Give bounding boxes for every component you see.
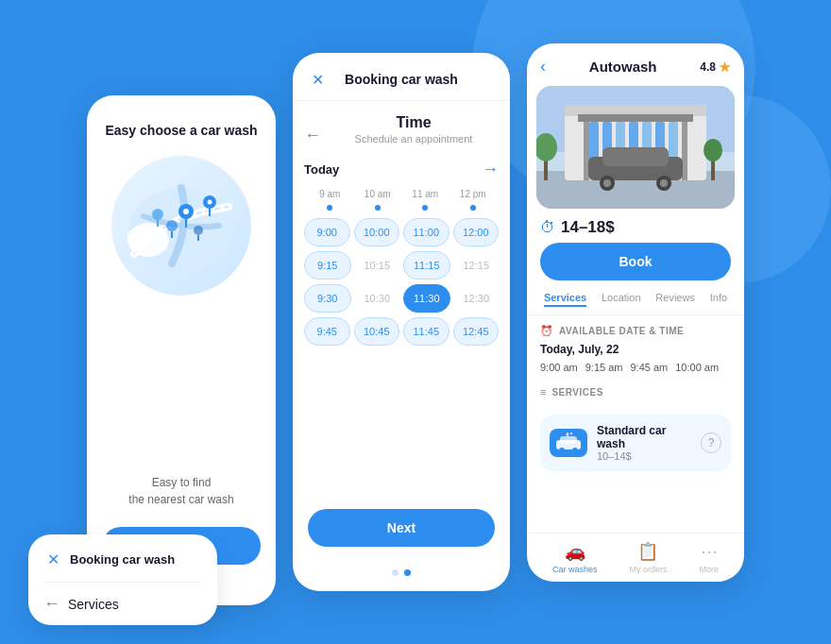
nav-label-my-orders: My orders <box>629 565 667 574</box>
services-icon: ≡ <box>540 386 546 398</box>
section-title: Time <box>329 114 499 131</box>
slot-11-45[interactable]: 11:45 <box>403 317 449 346</box>
booking-dot-1 <box>392 569 399 576</box>
slot-10-00[interactable]: 10:00 <box>354 218 400 246</box>
book-button[interactable]: Book <box>540 243 731 280</box>
booking-title: Booking car wash <box>327 72 476 87</box>
avail-time-4[interactable]: 10:00 am <box>675 362 719 373</box>
svg-point-7 <box>166 220 178 231</box>
slot-10-45[interactable]: 10:45 <box>354 317 400 346</box>
time-row-3: 9:30 10:30 11:30 12:30 <box>304 284 499 313</box>
services-section-title: SERVICES <box>551 387 602 398</box>
orders-nav-icon: 📋 <box>637 541 658 562</box>
card1-title: Easy choose a car wash <box>105 122 257 139</box>
service-price: 10–14$ <box>597 450 691 462</box>
svg-point-6 <box>208 200 212 205</box>
slot-11-00[interactable]: 11:00 <box>403 218 449 246</box>
svg-point-9 <box>194 226 203 235</box>
booking-dot-2 <box>404 569 411 576</box>
tab-info[interactable]: Info <box>710 290 727 307</box>
available-datetime-section: ⏰ AVAILABLE DATE & TIME Today, July, 22 … <box>527 315 744 379</box>
date-navigation: Today → <box>304 160 499 179</box>
detail-tabs: Services Location Reviews Info <box>527 290 744 315</box>
slot-9-00[interactable]: 9:00 <box>304 218 350 246</box>
booking-pagination <box>392 569 411 576</box>
slot-12-00[interactable]: 12:00 <box>453 218 500 246</box>
service-car-icon <box>550 429 587 457</box>
divider <box>43 582 202 583</box>
slot-11-15[interactable]: 11:15 <box>403 251 450 280</box>
bottom-navigation: 🚗 Car washes 📋 My orders ⋯ More <box>527 533 744 582</box>
booking-card: ✕ Booking car wash ← Time Schedule an ap… <box>293 53 510 591</box>
current-date: Today <box>304 162 339 177</box>
slot-9-30[interactable]: 9:30 <box>304 284 351 313</box>
partial-card-title: Booking car wash <box>70 552 175 567</box>
car-wash-illustration <box>536 86 735 209</box>
services-row: ← Services <box>43 594 202 614</box>
avail-time-1[interactable]: 9:00 am <box>540 362 578 373</box>
svg-point-38 <box>572 448 578 453</box>
time-header-12pm: 12 pm <box>449 189 498 199</box>
slot-12-45[interactable]: 12:45 <box>453 317 500 346</box>
time-header-9am: 9 am <box>306 189 354 199</box>
star-icon: ★ <box>719 59 731 75</box>
services-section-label: Services <box>68 597 119 612</box>
svg-point-39 <box>567 432 569 436</box>
svg-point-28 <box>603 179 611 187</box>
tab-reviews[interactable]: Reviews <box>655 290 695 307</box>
map-illustration <box>111 156 251 296</box>
slot-10-30: 10:30 <box>355 284 400 313</box>
close-button[interactable]: ✕ <box>308 70 327 89</box>
avail-time-2[interactable]: 9:15 am <box>585 362 623 373</box>
available-section-title: AVAILABLE DATE & TIME <box>559 326 684 336</box>
service-item: Standard car wash 10–14$ ? <box>540 415 731 471</box>
slot-12-30: 12:30 <box>454 284 500 313</box>
svg-rect-26 <box>602 147 669 166</box>
svg-point-4 <box>183 209 189 214</box>
booking-next-button[interactable]: Next <box>308 509 495 547</box>
autowash-title: Autowash <box>546 59 700 75</box>
booking-footer: Next <box>293 500 510 591</box>
autowash-header: ‹ Autowash 4.8 ★ <box>527 43 744 86</box>
nav-label-more: More <box>699 565 719 574</box>
svg-point-34 <box>704 139 722 161</box>
next-date-button[interactable]: → <box>482 160 499 179</box>
nav-more[interactable]: ⋯ More <box>699 541 719 574</box>
slot-12-15: 12:15 <box>454 251 500 280</box>
svg-point-37 <box>559 448 565 453</box>
price-icon: ⏱ <box>540 219 555 236</box>
svg-point-30 <box>660 179 668 187</box>
time-header-11am: 11 am <box>401 189 449 199</box>
nav-car-washes[interactable]: 🚗 Car washes <box>552 541 598 574</box>
map-svg <box>115 160 247 292</box>
avail-time-3[interactable]: 9:45 am <box>631 362 669 373</box>
back-button[interactable]: ← <box>304 126 321 145</box>
rating-display: 4.8 ★ <box>700 59 731 75</box>
onboarding-card: Easy choose a car wash <box>87 95 276 605</box>
slot-10-15: 10:15 <box>355 251 400 280</box>
time-indicator-dots <box>304 205 499 211</box>
tab-location[interactable]: Location <box>602 290 641 307</box>
available-times-list: 9:00 am 9:15 am 9:45 am 10:00 am <box>540 362 731 373</box>
slot-11-30[interactable]: 11:30 <box>403 284 450 313</box>
partial-close-button[interactable]: ✕ <box>43 550 62 568</box>
nav-my-orders[interactable]: 📋 My orders <box>629 541 667 574</box>
time-row-2: 9:15 10:15 11:15 12:15 <box>304 251 499 280</box>
car-wash-nav-icon: 🚗 <box>565 541 585 562</box>
time-header-10am: 10 am <box>354 189 402 199</box>
slot-9-45[interactable]: 9:45 <box>304 317 350 346</box>
booking-partial-card: ✕ Booking car wash ← Services <box>28 534 217 625</box>
tab-services[interactable]: Services <box>544 290 586 307</box>
section-subtitle: Schedule an appointment <box>329 133 499 144</box>
available-date: Today, July, 22 <box>540 343 731 356</box>
price-display: ⏱ 14–18$ <box>527 209 744 243</box>
time-column-headers: 9 am 10 am 11 am 12 pm <box>304 189 499 199</box>
service-name: Standard car wash <box>597 424 691 450</box>
svg-point-2 <box>127 228 150 246</box>
time-row-1: 9:00 10:00 11:00 12:00 <box>304 218 499 246</box>
service-details: Standard car wash 10–14$ <box>597 424 691 462</box>
services-header: ≡ SERVICES <box>540 386 731 398</box>
slot-9-15[interactable]: 9:15 <box>304 251 351 280</box>
service-help-button[interactable]: ? <box>701 432 721 453</box>
services-back-arrow[interactable]: ← <box>43 594 60 614</box>
